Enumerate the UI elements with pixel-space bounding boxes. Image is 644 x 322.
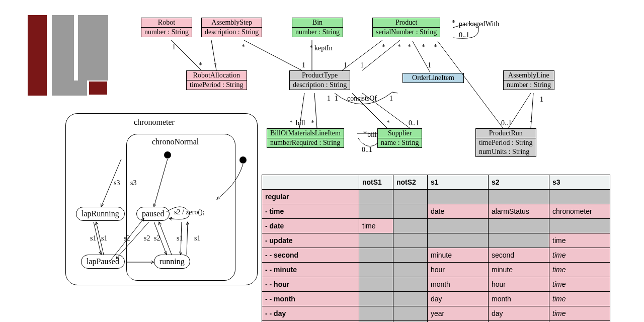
class-name: ProductType	[290, 71, 350, 80]
mult: *	[289, 119, 293, 127]
class-name: BillOfMaterialsLineItem	[267, 129, 344, 138]
class-bin: Bin number : String	[292, 18, 343, 37]
assoc-bill: bill	[296, 119, 305, 127]
treemap-block	[89, 82, 107, 95]
mult: *	[397, 43, 401, 51]
mult: 1	[540, 96, 543, 104]
mult: 1	[389, 95, 393, 103]
class-attr: description : String	[202, 28, 262, 37]
class-attr: number : String	[292, 28, 343, 37]
treemap-block	[52, 80, 87, 96]
cell: month	[489, 292, 549, 306]
class-robot: Robot number : String	[141, 18, 192, 37]
col-header	[262, 175, 359, 190]
class-attr: numUnits : String	[476, 147, 536, 156]
cell	[393, 306, 428, 321]
cell	[489, 190, 549, 204]
cell	[428, 219, 489, 233]
cell	[489, 233, 549, 248]
row-label: - - second	[262, 248, 359, 263]
mult: *	[213, 61, 217, 69]
mult: *	[363, 130, 367, 138]
mult: 0..1	[409, 119, 419, 127]
cell	[393, 204, 428, 219]
cell	[549, 219, 610, 233]
mult: *	[311, 119, 314, 127]
row-label: - - day	[262, 306, 359, 321]
class-producttype: ProductType description : String	[289, 70, 350, 90]
cell: time	[549, 277, 610, 292]
cell	[359, 204, 393, 219]
mult: *	[382, 43, 385, 51]
cell	[359, 292, 393, 306]
cell: second	[489, 248, 549, 263]
class-attr: number : String	[141, 28, 192, 37]
row-label: - - minute	[262, 263, 359, 277]
cell: hour	[428, 263, 489, 277]
class-name: AssemblyLine	[504, 71, 554, 80]
mult: 0..1	[362, 146, 372, 154]
cell: date	[428, 204, 489, 219]
col-header: s1	[428, 175, 489, 190]
col-header: s3	[549, 175, 610, 190]
cell	[489, 219, 549, 233]
class-attr: serialNumber : String	[373, 28, 440, 37]
statechart-outer: chronometer chronoNormal lapRunning paus…	[65, 113, 258, 285]
cell: alarmStatus	[489, 204, 549, 219]
cell: time	[549, 306, 610, 321]
row-label: - time	[262, 204, 359, 219]
cell	[359, 263, 393, 277]
cell: day	[428, 292, 489, 306]
class-attr: timePeriod : String	[476, 138, 536, 147]
mult: *	[386, 119, 390, 127]
class-assemblystep: AssemblyStep description : String	[201, 18, 262, 37]
mult: 1	[360, 61, 364, 69]
cell	[359, 190, 393, 204]
class-attr: numberRequired : String	[267, 138, 344, 147]
class-attr: name : String	[378, 138, 422, 147]
col-header: notS1	[359, 175, 393, 190]
mult: 1	[428, 61, 431, 69]
row-label: - - hour	[262, 277, 359, 292]
row-label: - update	[262, 233, 359, 248]
transition-table: notS1notS2s1s2s3regular- timedatealarmSt…	[262, 175, 610, 322]
cell	[393, 190, 428, 204]
class-attr: number : String	[504, 80, 554, 90]
cell	[393, 292, 428, 306]
cell: minute	[489, 263, 549, 277]
mult: *	[242, 43, 245, 51]
class-productrun: ProductRun timePeriod : String numUnits …	[475, 128, 536, 157]
cell	[428, 190, 489, 204]
cell	[549, 190, 610, 204]
row-label: - - month	[262, 292, 359, 306]
treemap-block	[78, 15, 108, 80]
assoc-bill: bill	[367, 131, 377, 139]
cell: time	[549, 248, 610, 263]
cell: time	[549, 233, 610, 248]
cell	[393, 248, 428, 263]
mult: 1	[327, 95, 331, 103]
cell: time	[549, 292, 610, 306]
sc-lines	[66, 114, 257, 285]
class-name: AssemblyStep	[202, 18, 262, 28]
col-header: notS2	[393, 175, 428, 190]
cell	[428, 233, 489, 248]
cell	[359, 277, 393, 292]
class-name: OrderLineItem	[403, 73, 463, 83]
mult: 0..1	[501, 119, 512, 127]
diagram-canvas: Robot number : String AssemblyStep descr…	[0, 0, 644, 322]
mult: *	[452, 19, 455, 27]
cell	[393, 277, 428, 292]
class-name: Bin	[292, 18, 343, 28]
cell: day	[489, 306, 549, 321]
mult: 0..1	[459, 31, 469, 39]
mult: *	[434, 43, 437, 51]
mult: 1	[302, 61, 305, 69]
mult: *	[422, 43, 425, 51]
row-label: - date	[262, 219, 359, 233]
mult: 1	[172, 43, 176, 51]
class-name: RobotAllocation	[187, 71, 247, 80]
mult: *	[408, 43, 411, 51]
class-name: ProductRun	[476, 129, 536, 138]
class-name: Robot	[141, 18, 192, 28]
